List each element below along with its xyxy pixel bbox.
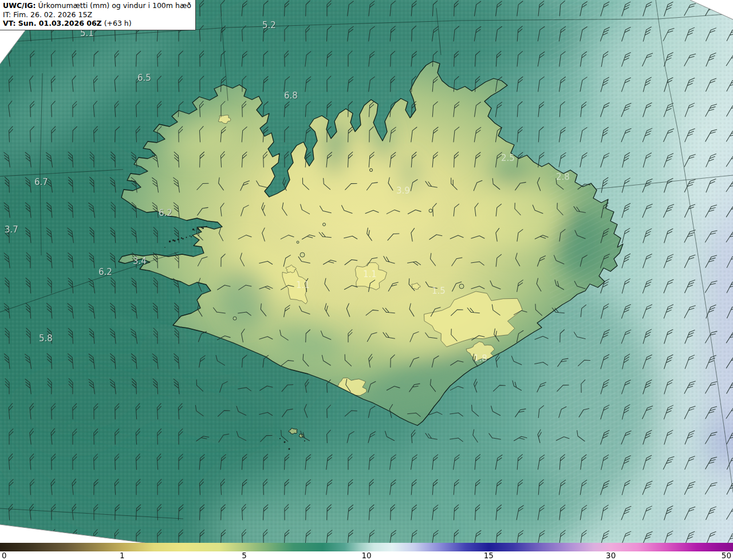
init-time-line: IT: Fim. 26. 02. 2026 15Z	[3, 10, 191, 19]
colorbar-tick-label: 15	[484, 551, 494, 560]
precipitation-wind-map: 5.15.15.25.26.56.56.86.86.76.76.26.23.73…	[0, 0, 733, 543]
contour-label: 6.7	[34, 177, 48, 187]
contour-label: 6.2	[159, 208, 172, 218]
contour-label-faint: 2.5	[501, 153, 515, 163]
colorbar-tick-label: 5	[242, 551, 247, 560]
colorbar-tick-label: 10	[361, 551, 371, 560]
contour-label-faint: 1.5	[432, 286, 446, 296]
contour-label-faint: 1.1	[296, 280, 310, 290]
colorbar-tick-label: 0	[2, 551, 7, 560]
colorbar-tick-label: 30	[606, 551, 616, 560]
contour-label-faint: 1.1	[363, 269, 377, 279]
colorbar-gradient	[0, 543, 733, 551]
contour-label-faint: 1.8	[474, 353, 487, 364]
valid-time-line: VT: Sun. 01.03.2026 06Z (+63 h)	[3, 19, 191, 28]
colorbar-tick-labels: 01510153050	[0, 551, 733, 560]
title-box: UWC/IG: Úrkomumætti (mm) og vindur i 100…	[0, 0, 196, 30]
contour-label: 3.4	[133, 256, 147, 266]
product-label: UWC/IG:	[3, 1, 36, 10]
colorbar-tick-label: 1	[120, 551, 125, 560]
map-title-line: UWC/IG: Úrkomumætti (mm) og vindur i 100…	[3, 1, 191, 10]
contour-label: 5.8	[39, 333, 53, 344]
contour-label-faint: 3.9	[396, 186, 410, 196]
contour-label: 6.5	[137, 73, 151, 83]
map-title: Úrkomumætti (mm) og vindur i 100m hæð	[38, 1, 191, 10]
weather-map-page: 5.15.15.25.26.56.56.86.86.76.76.26.23.73…	[0, 0, 733, 560]
contour-label: 6.8	[284, 90, 298, 101]
colorbar-tick-label: 50	[722, 551, 731, 560]
contour-label: 6.2	[98, 267, 112, 277]
contour-label-faint: 2.8	[556, 172, 570, 182]
contour-label: 5.2	[262, 20, 276, 30]
contour-label: 3.7	[5, 224, 18, 235]
